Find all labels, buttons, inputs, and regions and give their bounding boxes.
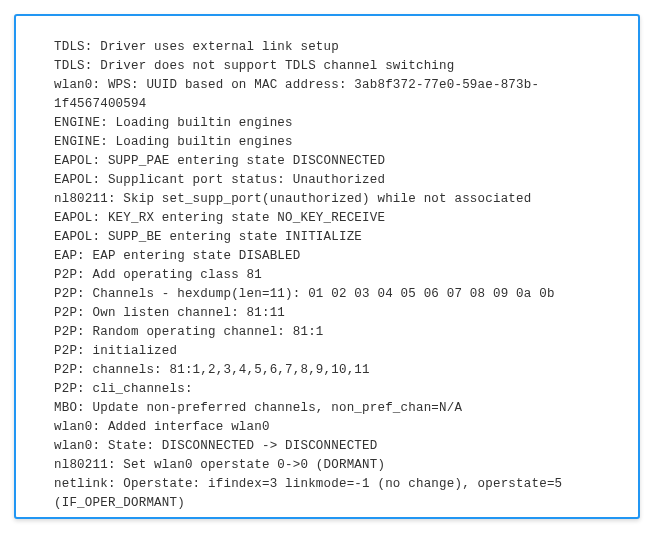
log-line: P2P: Random operating channel: 81:1 <box>54 323 616 342</box>
log-line: wlan0: WPS: UUID based on MAC address: 3… <box>54 76 616 114</box>
log-line: P2P: channels: 81:1,2,3,4,5,6,7,8,9,10,1… <box>54 361 616 380</box>
log-line: netlink: Operstate: ifindex=3 linkmode=-… <box>54 475 616 513</box>
log-line: P2P: cli_channels: <box>54 380 616 399</box>
log-line: ENGINE: Loading builtin engines <box>54 133 616 152</box>
log-line: P2P: Channels - hexdump(len=11): 01 02 0… <box>54 285 616 304</box>
log-line: TDLS: Driver uses external link setup <box>54 38 616 57</box>
log-line: EAPOL: SUPP_PAE entering state DISCONNEC… <box>54 152 616 171</box>
log-line: P2P: Own listen channel: 81:11 <box>54 304 616 323</box>
log-line: EAPOL: KEY_RX entering state NO_KEY_RECE… <box>54 209 616 228</box>
log-line: wlan0: Added interface wlan0 <box>54 418 616 437</box>
log-line: P2P: Add operating class 81 <box>54 266 616 285</box>
log-line: wlan0: State: DISCONNECTED -> DISCONNECT… <box>54 437 616 456</box>
log-line: P2P: initialized <box>54 342 616 361</box>
log-line: EAP: EAP entering state DISABLED <box>54 247 616 266</box>
log-line: TDLS: Driver does not support TDLS chann… <box>54 57 616 76</box>
log-line: EAPOL: SUPP_BE entering state INITIALIZE <box>54 228 616 247</box>
log-line: MBO: Update non-preferred channels, non_… <box>54 399 616 418</box>
log-line: nl80211: Skip set_supp_port(unauthorized… <box>54 190 616 209</box>
terminal-output: TDLS: Driver uses external link setup TD… <box>14 14 640 519</box>
log-line: EAPOL: Supplicant port status: Unauthori… <box>54 171 616 190</box>
log-line: ENGINE: Loading builtin engines <box>54 114 616 133</box>
log-line: nl80211: Set wlan0 operstate 0->0 (DORMA… <box>54 456 616 475</box>
